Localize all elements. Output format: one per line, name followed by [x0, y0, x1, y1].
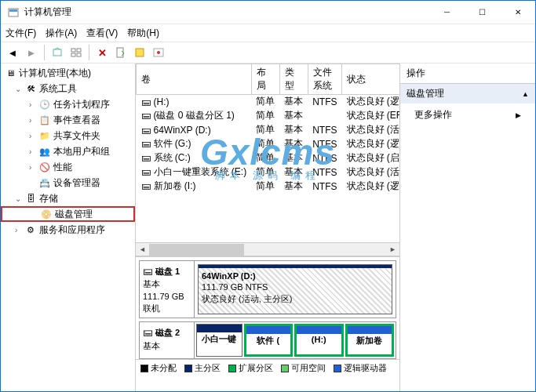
swatch-icon — [334, 365, 341, 372]
vol-status: 状态良好 (活动, 主 — [342, 165, 399, 180]
expander-icon[interactable]: › — [29, 100, 38, 109]
partition-e[interactable]: 小白一键 — [196, 324, 242, 357]
scroll-thumb[interactable] — [149, 244, 244, 256]
scroll-track[interactable] — [149, 244, 386, 256]
vol-name: 🖴新加卷 (I:) — [137, 180, 252, 194]
vol-name: 🖴小白一键重装系统 (E:) — [137, 165, 252, 180]
actions-more[interactable]: 更多操作▶ — [400, 103, 535, 126]
volume-row[interactable]: 🖴小白一键重装系统 (E:)简单基本NTFS状态良好 (活动, 主 — [137, 165, 400, 180]
vol-type: 基本 — [279, 123, 308, 137]
tree-root[interactable]: 🖥计算机管理(本地) — [1, 65, 135, 81]
disk-1-info: 🖴 磁盘 1 基本 111.79 GB 联机 — [140, 261, 195, 318]
toolbar: ◄ ► ✕ — [1, 42, 535, 64]
volume-row[interactable]: 🖴64WinXP (D:)简单基本NTFS状态良好 (活动, 主 — [137, 123, 400, 137]
delete-button[interactable]: ✕ — [93, 44, 111, 61]
vol-layout: 简单 — [251, 180, 279, 194]
forward-button[interactable]: ► — [23, 44, 40, 61]
titlebar: 计算机管理 ─ ☐ ✕ — [1, 1, 535, 24]
vol-fs: NTFS — [308, 151, 341, 165]
minimize-button[interactable]: ─ — [429, 1, 465, 24]
tree-system-tools[interactable]: ⌄🛠系统工具 — [1, 81, 135, 96]
scroll-left-icon[interactable]: ◄ — [136, 244, 149, 256]
vol-fs: NTFS — [308, 180, 341, 194]
expander-icon[interactable]: › — [29, 116, 38, 125]
expander-icon[interactable]: › — [29, 163, 38, 172]
tree-device-manager[interactable]: 📇设备管理器 — [1, 175, 135, 191]
svg-rect-4 — [77, 49, 81, 52]
collapse-icon: ▲ — [522, 90, 529, 98]
help-button[interactable] — [150, 44, 167, 61]
col-filesystem[interactable]: 文件系统 — [308, 64, 341, 95]
expander-icon[interactable]: › — [29, 147, 38, 156]
menu-action[interactable]: 操作(A) — [46, 27, 77, 40]
tree-event-viewer[interactable]: ›📋事件查看器 — [1, 112, 135, 128]
tree-shared-folders[interactable]: ›📁共享文件夹 — [1, 128, 135, 143]
tree-local-users[interactable]: ›👥本地用户和组 — [1, 143, 135, 159]
close-button[interactable]: ✕ — [500, 1, 535, 24]
volume-row[interactable]: 🖴软件 (G:)简单基本NTFS状态良好 (逻辑驱 — [137, 137, 400, 151]
volume-table: 卷 布局 类型 文件系统 状态 🖴(H:)简单基本NTFS状态良好 (逻辑驱🖴(… — [136, 64, 399, 194]
volume-row[interactable]: 🖴系统 (C:)简单基本NTFS状态良好 (启动, 页 — [137, 151, 400, 165]
tree-performance[interactable]: ›🚫性能 — [1, 159, 135, 175]
swatch-icon — [281, 365, 289, 372]
back-button[interactable]: ◄ — [4, 44, 21, 61]
volume-row[interactable]: 🖴(H:)简单基本NTFS状态良好 (逻辑驱 — [137, 95, 400, 109]
legend-free: 可用空间 — [281, 362, 326, 374]
svg-rect-3 — [71, 49, 75, 52]
vol-type: 基本 — [279, 109, 308, 123]
col-volume[interactable]: 卷 — [137, 64, 252, 95]
menu-view[interactable]: 查看(V) — [86, 27, 118, 40]
properties-button[interactable] — [112, 44, 129, 61]
menu-help[interactable]: 帮助(H) — [127, 27, 159, 40]
tree-storage[interactable]: ⌄🗄存储 — [1, 191, 135, 206]
volume-row[interactable]: 🖴新加卷 (I:)简单基本NTFS状态良好 (逻辑驱 — [137, 180, 400, 194]
col-status[interactable]: 状态 — [342, 64, 399, 95]
col-layout[interactable]: 布局 — [251, 64, 279, 95]
vol-name: 🖴(H:) — [137, 95, 252, 109]
vol-name: 🖴64WinXP (D:) — [137, 123, 252, 137]
tree-services[interactable]: ›⚙服务和应用程序 — [1, 222, 135, 238]
drive-icon: 🖴 — [141, 125, 152, 136]
actions-pane: 操作 磁盘管理▲ 更多操作▶ — [400, 64, 535, 391]
col-type[interactable]: 类型 — [279, 64, 308, 95]
legend-logical: 逻辑驱动器 — [334, 362, 387, 374]
volume-row[interactable]: 🖴(磁盘 0 磁盘分区 1)简单基本状态良好 (EFI 系统 — [137, 109, 400, 123]
actions-section[interactable]: 磁盘管理▲ — [400, 84, 535, 103]
partition-g[interactable]: 软件 ( — [244, 324, 294, 357]
perf-icon: 🚫 — [38, 161, 51, 173]
tools-icon: 🛠 — [24, 82, 37, 95]
up-button[interactable] — [49, 44, 66, 61]
partition-d[interactable]: 64WinXP (D:) 111.79 GB NTFS 状态良好 (活动, 主分… — [198, 264, 392, 314]
expander-icon[interactable]: ⌄ — [15, 194, 24, 203]
partition-h[interactable]: (H:) — [294, 324, 344, 357]
maximize-button[interactable]: ☐ — [465, 1, 500, 24]
disk-2-row[interactable]: 🖴 磁盘 2 基本 小白一键 软件 ( (H:) 新加卷 — [139, 321, 396, 359]
expander-icon[interactable]: ⌄ — [15, 85, 24, 93]
svg-rect-1 — [9, 9, 17, 12]
views-button[interactable] — [67, 44, 85, 61]
nav-tree[interactable]: 🖥计算机管理(本地) ⌄🛠系统工具 ›🕒任务计划程序 ›📋事件查看器 ›📁共享文… — [1, 64, 136, 391]
scroll-right-icon[interactable]: ► — [386, 244, 399, 256]
disk-1-partitions: 64WinXP (D:) 111.79 GB NTFS 状态良好 (活动, 主分… — [195, 261, 396, 318]
menu-file[interactable]: 文件(F) — [5, 27, 36, 40]
svg-rect-6 — [77, 53, 81, 56]
svg-point-10 — [157, 51, 160, 54]
services-icon: ⚙ — [24, 223, 37, 236]
swatch-icon — [184, 365, 192, 372]
window-title: 计算机管理 — [24, 5, 429, 19]
refresh-button[interactable] — [131, 44, 148, 61]
vol-layout: 简单 — [251, 95, 279, 109]
h-scrollbar[interactable]: ◄ ► — [136, 242, 399, 256]
vol-status: 状态良好 (逻辑驱 — [342, 95, 399, 109]
vol-name: 🖴(磁盘 0 磁盘分区 1) — [137, 109, 252, 123]
tree-task-scheduler[interactable]: ›🕒任务计划程序 — [1, 96, 135, 112]
legend-primary: 主分区 — [184, 362, 221, 374]
expander-icon[interactable]: › — [29, 132, 38, 140]
disk-1-row[interactable]: 🖴 磁盘 1 基本 111.79 GB 联机 64WinXP (D:) 111.… — [139, 260, 396, 318]
volume-list: 卷 布局 类型 文件系统 状态 🖴(H:)简单基本NTFS状态良好 (逻辑驱🖴(… — [136, 64, 399, 242]
partition-i[interactable]: 新加卷 — [345, 324, 395, 357]
vol-type: 基本 — [279, 137, 308, 151]
expander-icon[interactable]: › — [15, 226, 24, 234]
vol-name: 🖴系统 (C:) — [137, 151, 252, 165]
tree-disk-management[interactable]: 📀磁盘管理 — [1, 206, 135, 222]
